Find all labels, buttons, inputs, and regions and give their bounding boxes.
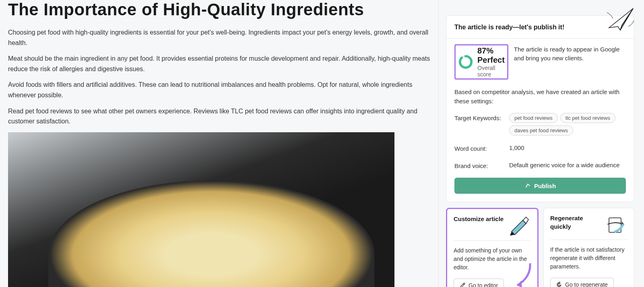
regenerate-desc: If the article is not satisfactory regen… [550,246,627,271]
paper-plane-icon [605,4,637,35]
word-count-value: 1,000 [509,144,524,153]
go-to-regenerate-button[interactable]: Go to regenerate [550,278,614,287]
keywords-row: Target Keywords: pet food reviews tlc pe… [454,113,626,135]
regenerate-title: Regenerate quickly [550,214,603,231]
ready-title: The article is ready—let's publish it! [454,24,564,31]
go-to-editor-label: Go to editor [469,282,498,287]
word-count-label: Word count: [454,144,505,153]
analysis-text: Based on competitor analysis, we have cr… [454,88,626,106]
right-panel: The article is ready—let's publish it! 8… [439,0,644,287]
go-to-regenerate-label: Go to regenerate [565,281,608,287]
score-row: 87% Perfect Overall score The article is… [454,44,626,80]
svg-point-1 [460,56,472,68]
word-count-row: Word count: 1,000 [454,144,626,153]
article-paragraph: Read pet food reviews to see what other … [8,106,430,127]
brand-voice-label: Brand voice: [454,161,505,170]
brand-voice-row: Brand voice: Default generic voice for a… [454,161,626,170]
keyword-tag: tlc pet food reviews [560,113,615,123]
customize-card: Customize article Add something of your … [446,208,539,287]
score-description: The article is ready to appear in Google… [514,44,626,80]
ready-card-body: 87% Perfect Overall score The article is… [446,39,634,202]
article-body: Choosing pet food with high-quality ingr… [8,27,430,127]
brand-voice-value: Default generic voice for a wide audienc… [509,161,619,170]
article-hero-image [8,132,394,287]
score-ring-icon [458,54,473,70]
pencil-icon [507,215,531,236]
article-paragraph: Avoid foods with fillers and artificial … [8,80,430,100]
article-paragraph: Meat should be the main ingredient in an… [8,53,430,74]
keyword-tags: pet food reviews tlc pet food reviews da… [509,113,626,135]
go-to-editor-button[interactable]: Go to editor [454,279,504,287]
score-box: 87% Perfect Overall score [454,44,508,80]
publish-button[interactable]: Publish [454,178,626,194]
article-main: The Importance of High-Quality Ingredien… [0,0,439,287]
keyword-tag: daves pet food reviews [509,125,573,135]
edit-icon [460,283,465,287]
score-label: Overall score [477,65,505,78]
keywords-label: Target Keywords: [454,113,505,135]
article-title: The Importance of High-Quality Ingredien… [8,0,430,19]
publish-label: Publish [534,182,556,189]
customize-desc: Add something of your own and optimize t… [454,246,531,272]
ready-card: The article is ready—let's publish it! 8… [446,15,634,202]
refresh-icon [556,282,562,287]
score-value: 87% Perfect [477,46,505,65]
regenerate-icon [603,214,627,236]
action-cards: Customize article Add something of your … [446,208,634,287]
regenerate-card: Regenerate quickly If the article is not… [543,208,634,287]
keyword-tag: pet food reviews [509,113,558,123]
publish-icon [524,182,531,189]
customize-title: Customize article [454,215,504,223]
article-paragraph: Choosing pet food with high-quality ingr… [8,27,430,48]
